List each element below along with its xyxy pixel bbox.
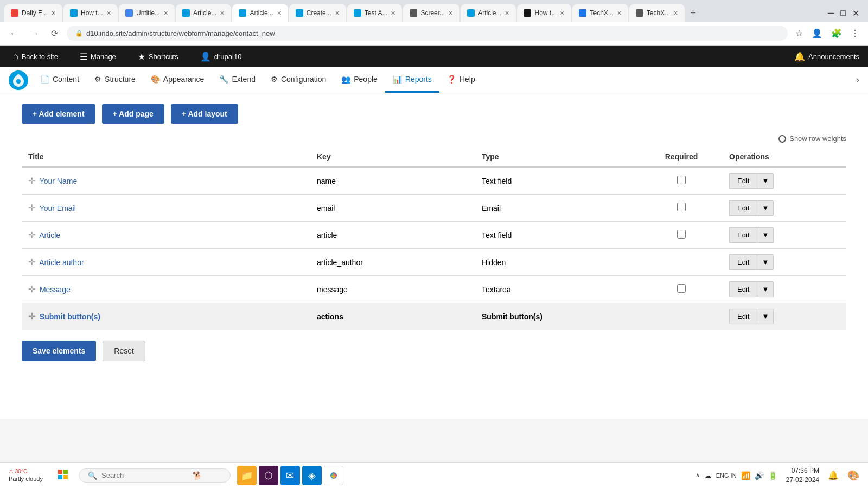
tab-article2[interactable]: Article... ✕ (232, 4, 288, 22)
edit-button-submit[interactable]: Edit (729, 309, 757, 324)
close-window-button[interactable]: ✕ (852, 8, 859, 18)
edit-button-name[interactable]: Edit (729, 173, 757, 189)
td-type-message: Textarea (475, 276, 640, 303)
back-button[interactable]: ← (7, 27, 22, 41)
tab-gmail[interactable]: Daily E... ✕ (4, 4, 62, 22)
settings-button[interactable]: ⋮ (848, 26, 861, 41)
show-row-weights-button[interactable]: Show row weights (778, 134, 846, 143)
required-checkbox-message[interactable] (677, 284, 686, 293)
field-link-author[interactable]: Article author (39, 258, 84, 267)
tab-close-article2[interactable]: ✕ (277, 10, 282, 17)
tab-close-gmail[interactable]: ✕ (51, 10, 56, 17)
tab-close-article1[interactable]: ✕ (220, 10, 225, 17)
edit-btn-group-author: Edit ▼ (729, 254, 840, 270)
tab-article1[interactable]: Article... ✕ (176, 4, 231, 22)
tab-screen[interactable]: Screer... ✕ (403, 4, 459, 22)
tab-close-article3[interactable]: ✕ (505, 10, 509, 17)
tab-untitle[interactable]: Untitle... ✕ (119, 4, 175, 22)
nav-reports[interactable]: 📊 Reports (385, 67, 439, 93)
admin-toolbar: ⌂ Back to site ☰ Manage ★ Shortcuts 👤 dr… (0, 46, 868, 67)
drag-handle-article[interactable]: ✛ (28, 230, 35, 240)
bookmark-button[interactable]: ☆ (793, 26, 805, 41)
nav-collapse-button[interactable]: › (856, 74, 859, 86)
edit-dropdown-message[interactable]: ▼ (757, 281, 774, 297)
tab-close-create[interactable]: ✕ (335, 10, 340, 17)
forward-button[interactable]: → (27, 27, 42, 41)
td-title-message: ✛ Message (22, 276, 310, 303)
td-ops-name: Edit ▼ (723, 167, 846, 195)
edit-dropdown-submit[interactable]: ▼ (757, 309, 774, 324)
tab-close-untitle[interactable]: ✕ (163, 10, 168, 17)
nav-content[interactable]: 📄 Content (33, 67, 87, 93)
field-link-name[interactable]: Your Name (40, 177, 78, 185)
field-link-submit[interactable]: Submit button(s) (40, 312, 100, 321)
people-icon: 👥 (341, 75, 350, 84)
tab-label-how1: How t... (81, 9, 103, 17)
reload-button[interactable]: ⟳ (48, 26, 61, 41)
nav-appearance[interactable]: 🎨 Appearance (143, 67, 212, 93)
add-page-button[interactable]: + Add page (102, 104, 164, 124)
tab-favicon-how2 (524, 9, 531, 17)
td-key-author: article_author (310, 249, 475, 276)
address-input[interactable]: 🔒 d10.indo.site/admin/structure/webform/… (67, 26, 788, 41)
nav-configuration[interactable]: ⚙ Configuration (263, 67, 334, 93)
add-element-button[interactable]: + Add element (22, 104, 95, 124)
required-checkbox-email[interactable] (677, 203, 686, 211)
add-layout-button[interactable]: + Add layout (171, 104, 238, 124)
tab-techx2[interactable]: TechX... ✕ (629, 4, 685, 22)
td-type-email: Email (475, 195, 640, 222)
save-elements-button[interactable]: Save elements (22, 341, 96, 361)
profile-button[interactable]: 👤 (809, 26, 825, 41)
tab-create[interactable]: Create... ✕ (289, 4, 346, 22)
tab-close-techx1[interactable]: ✕ (617, 10, 622, 17)
tab-article3[interactable]: Article... ✕ (461, 4, 516, 22)
edit-button-message[interactable]: Edit (729, 281, 757, 297)
new-tab-button[interactable]: + (686, 8, 700, 19)
shortcuts-button[interactable]: ★ Shortcuts (133, 46, 183, 67)
edit-dropdown-name[interactable]: ▼ (757, 173, 774, 189)
edit-btn-group-message: Edit ▼ (729, 281, 840, 297)
tab-techx1[interactable]: TechX... ✕ (572, 4, 628, 22)
nav-extend[interactable]: 🔧 Extend (212, 67, 263, 93)
tab-testa[interactable]: Test A... ✕ (347, 4, 403, 22)
tab-close-how1[interactable]: ✕ (106, 10, 111, 17)
nav-people[interactable]: 👥 People (334, 67, 385, 93)
drag-handle-author[interactable]: ✛ (28, 258, 35, 267)
tab-how1[interactable]: How t... ✕ (63, 4, 118, 22)
drag-handle-message[interactable]: ✛ (28, 285, 35, 294)
drag-handle-email[interactable]: ✛ (28, 203, 35, 213)
extensions-button[interactable]: 🧩 (829, 26, 844, 41)
tab-label-untitle: Untitle... (136, 9, 160, 17)
user-button[interactable]: 👤 drupal10 (196, 46, 246, 67)
back-to-site-button[interactable]: ⌂ Back to site (9, 46, 62, 67)
edit-dropdown-email[interactable]: ▼ (757, 200, 774, 216)
field-link-email[interactable]: Your Email (40, 204, 76, 213)
drag-handle-name[interactable]: ✛ (28, 176, 35, 185)
edit-button-article[interactable]: Edit (729, 227, 757, 243)
field-link-article[interactable]: Article (39, 231, 60, 240)
tab-close-how2[interactable]: ✕ (560, 10, 565, 17)
nav-structure[interactable]: ⚙ Structure (87, 67, 143, 93)
table-row: ✛ Message message Textarea Edit ▼ (22, 276, 846, 303)
edit-dropdown-author[interactable]: ▼ (757, 254, 774, 270)
edit-button-email[interactable]: Edit (729, 200, 757, 216)
maximize-button[interactable]: □ (840, 8, 846, 18)
reset-button[interactable]: Reset (103, 341, 145, 361)
nav-help[interactable]: ❓ Help (439, 67, 483, 93)
announcements-button[interactable]: 🔔 Announcements (794, 52, 859, 62)
tab-close-screen[interactable]: ✕ (448, 10, 453, 17)
edit-dropdown-article[interactable]: ▼ (757, 227, 774, 243)
minimize-button[interactable]: ─ (828, 8, 834, 18)
help-icon: ❓ (447, 75, 456, 84)
drag-handle-submit[interactable]: ✛ (28, 312, 35, 321)
tab-favicon-techx2 (636, 9, 643, 17)
tab-label-article2: Article... (250, 9, 273, 17)
field-link-message[interactable]: Message (40, 285, 71, 294)
tab-close-techx2[interactable]: ✕ (673, 10, 678, 17)
tab-close-testa[interactable]: ✕ (391, 10, 395, 17)
edit-button-author[interactable]: Edit (729, 254, 757, 270)
required-checkbox-name[interactable] (677, 176, 686, 184)
manage-button[interactable]: ☰ Manage (75, 46, 120, 67)
tab-how2[interactable]: How t... ✕ (517, 4, 571, 22)
required-checkbox-article[interactable] (677, 230, 686, 239)
